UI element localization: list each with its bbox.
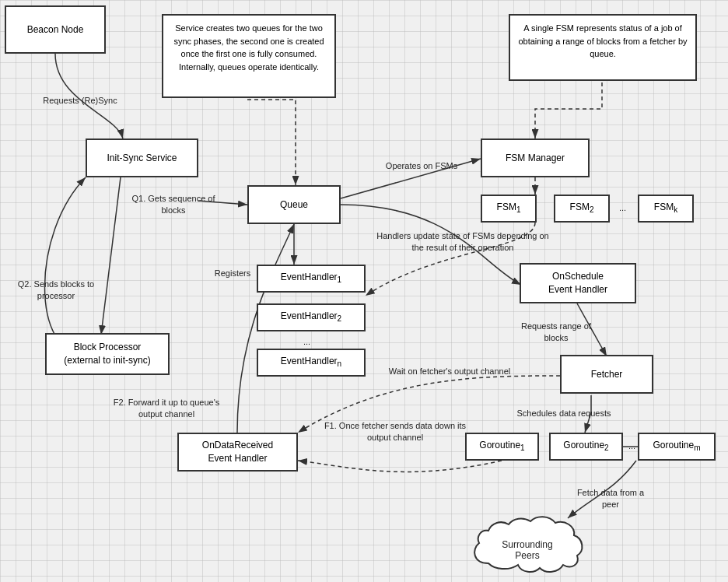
q1-label: Q1. Gets sequence of blocks bbox=[123, 193, 224, 217]
fsm2-box: FSM2 bbox=[554, 195, 610, 223]
block-processor-box: Block Processor (external to init-sync) bbox=[45, 333, 170, 375]
queue-label: Queue bbox=[280, 198, 308, 212]
wait-fetcher-label: Wait on fetcher's output channel bbox=[381, 366, 518, 377]
beacon-node-box: Beacon Node bbox=[5, 5, 106, 54]
fsm-note-box: A single FSM represents status of a job … bbox=[509, 14, 697, 81]
fsmk-box: FSMk bbox=[638, 195, 694, 223]
goroutine2-box: Goroutine2 bbox=[549, 433, 623, 461]
ondatareceived-box: OnDataReceived Event Handler bbox=[177, 433, 298, 472]
fsm-manager-label: FSM Manager bbox=[506, 152, 565, 165]
fsm-manager-box: FSM Manager bbox=[481, 138, 590, 177]
event-handlern-box: EventHandlern bbox=[257, 349, 366, 377]
goroutine1-label: Goroutine1 bbox=[479, 439, 524, 454]
fsm-dots: ... bbox=[619, 202, 626, 214]
queue-box: Queue bbox=[247, 185, 341, 224]
surrounding-peers-cloud: Surrounding Peers bbox=[465, 510, 590, 579]
requests-range-label: Requests range of blocks bbox=[513, 321, 599, 345]
operates-on-fsms-label: Operates on FSMs bbox=[364, 160, 479, 172]
fetcher-label: Fetcher bbox=[591, 368, 623, 381]
diagram-container: Beacon Node Init-Sync Service Queue FSM … bbox=[0, 0, 728, 582]
fsm2-label: FSM2 bbox=[570, 201, 594, 216]
requests-resync-label: Requests (Re)Sync bbox=[37, 95, 123, 107]
handlers-update-label: Handlers update state of FSMs depending … bbox=[373, 230, 552, 254]
q2-label: Q2. Sends blocks to processor bbox=[17, 279, 95, 303]
goroutine1-box: Goroutine1 bbox=[465, 433, 539, 461]
fetch-data-label: Fetch data from a peer bbox=[568, 487, 653, 511]
goroutine-dots: ... bbox=[628, 440, 635, 452]
f2-label: F2. Forward it up to queue's output chan… bbox=[109, 397, 224, 421]
onschedule-box: OnSchedule Event Handler bbox=[520, 263, 636, 303]
fsmk-label: FSMk bbox=[654, 201, 677, 216]
event-handler1-label: EventHandler1 bbox=[281, 271, 341, 286]
init-sync-service-box: Init-Sync Service bbox=[86, 138, 198, 177]
goroutine2-label: Goroutine2 bbox=[563, 439, 608, 454]
fsm-note-text: A single FSM represents status of a job … bbox=[518, 23, 687, 58]
schedules-label: Schedules data requests bbox=[506, 408, 622, 419]
init-sync-service-label: Init-Sync Service bbox=[107, 152, 177, 165]
goroutinem-box: Goroutinem bbox=[638, 433, 716, 461]
fsm1-box: FSM1 bbox=[481, 195, 537, 223]
fetcher-box: Fetcher bbox=[560, 355, 653, 394]
beacon-node-label: Beacon Node bbox=[27, 23, 84, 37]
event-handler2-label: EventHandler2 bbox=[281, 310, 341, 324]
event-handlern-label: EventHandlern bbox=[281, 355, 341, 370]
ondatareceived-label: OnDataReceived Event Handler bbox=[202, 439, 273, 465]
svg-text:Surrounding: Surrounding bbox=[502, 539, 552, 550]
goroutinem-label: Goroutinem bbox=[653, 439, 700, 454]
registers-label: Registers bbox=[205, 268, 260, 279]
fsm1-label: FSM1 bbox=[497, 201, 521, 216]
event-handler1-box: EventHandler1 bbox=[257, 265, 366, 293]
handler-dots: ... bbox=[303, 336, 310, 348]
onschedule-label: OnSchedule Event Handler bbox=[548, 270, 607, 296]
event-handler2-box: EventHandler2 bbox=[257, 303, 366, 331]
f1-label: F1. Once fetcher sends data down its out… bbox=[317, 420, 473, 444]
service-note-text: Service creates two queues for the two s… bbox=[173, 23, 324, 72]
svg-text:Peers: Peers bbox=[515, 550, 539, 561]
block-processor-label: Block Processor (external to init-sync) bbox=[64, 341, 150, 367]
service-note-box: Service creates two queues for the two s… bbox=[162, 14, 336, 98]
